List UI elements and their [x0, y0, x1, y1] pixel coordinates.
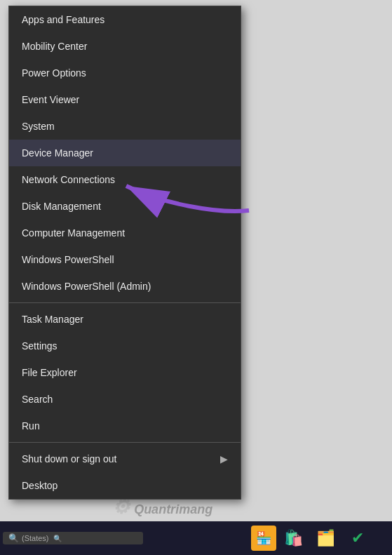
menu-item-system[interactable]: System	[9, 113, 241, 140]
taskbar: 🔍 (States) 🔍 🏪 🛍️ 🗂️ ✔	[0, 521, 392, 555]
menu-item-file-explorer[interactable]: File Explorer	[9, 359, 241, 386]
submenu-arrow-icon: ▶	[220, 453, 228, 464]
menu-item-run[interactable]: Run	[9, 413, 241, 439]
menu-item-device-manager[interactable]: Device Manager	[9, 140, 241, 166]
taskbar-icons-area: 🏪 🛍️ 🗂️ ✔	[245, 523, 379, 554]
menu-item-event-viewer[interactable]: Event Viewer	[9, 86, 241, 113]
menu-divider-2	[9, 442, 241, 443]
menu-item-shut-down[interactable]: Shut down or sign out ▶	[9, 446, 241, 472]
taskbar-icon-store[interactable]: 🏪	[251, 526, 276, 551]
menu-item-search[interactable]: Search	[9, 386, 241, 413]
menu-item-windows-powershell-admin[interactable]: Windows PowerShell (Admin)	[9, 273, 241, 300]
taskbar-states-text: (States)	[22, 534, 49, 542]
context-menu: Apps and Features Mobility Center Power …	[8, 6, 241, 500]
menu-item-network-connections[interactable]: Network Connections	[9, 166, 241, 193]
menu-item-apps-features[interactable]: Apps and Features	[9, 6, 241, 33]
menu-item-mobility-center[interactable]: Mobility Center	[9, 33, 241, 60]
menu-item-task-manager[interactable]: Task Manager	[9, 306, 241, 333]
menu-item-desktop[interactable]: Desktop	[9, 472, 241, 499]
menu-item-computer-management[interactable]: Computer Management	[9, 220, 241, 246]
menu-item-disk-management[interactable]: Disk Management	[9, 193, 241, 220]
menu-item-power-options[interactable]: Power Options	[9, 60, 241, 86]
menu-item-windows-powershell[interactable]: Windows PowerShell	[9, 246, 241, 273]
menu-item-settings[interactable]: Settings	[9, 333, 241, 359]
taskbar-icon-microsoft-store[interactable]: 🛍️	[278, 523, 309, 554]
menu-divider-1	[9, 302, 241, 303]
taskbar-icon-check[interactable]: ✔	[342, 523, 373, 554]
taskbar-icon-file-explorer[interactable]: 🗂️	[310, 523, 341, 554]
